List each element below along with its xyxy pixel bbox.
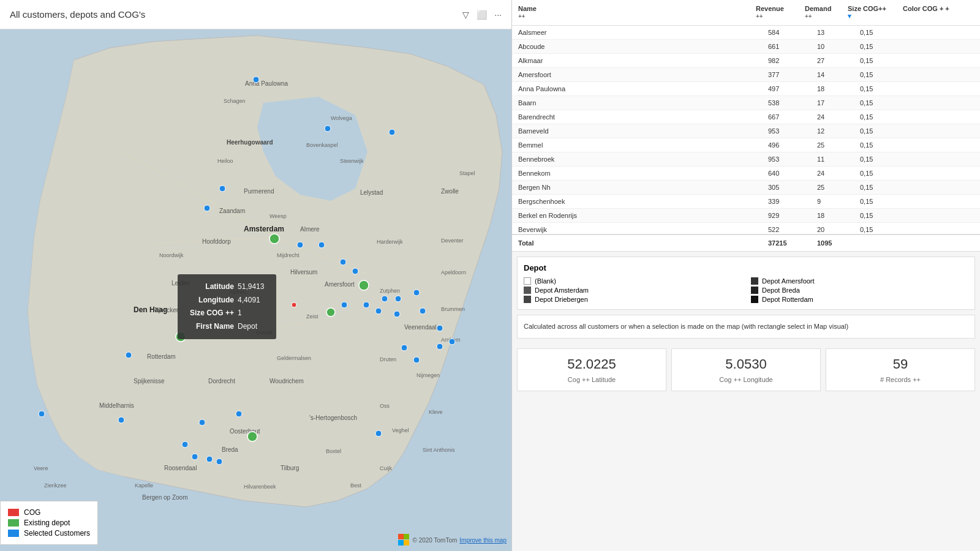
metric-card: 52.0225 Cog ++ Latitude (517, 348, 666, 391)
main-container: All customers, depots and COG's ▽ ⬜ ··· (0, 0, 980, 551)
col-name: Name ++ (517, 2, 755, 23)
cell-name: Bergen Nh (517, 182, 767, 193)
metric-label: Cog ++ Latitude (525, 376, 658, 383)
svg-text:Zutphen: Zutphen (380, 288, 400, 294)
depot-item-label: (Blank) (535, 277, 556, 285)
table-row[interactable]: Anna Paulowna 497 18 0,15 (512, 82, 980, 96)
svg-text:Pijnacker: Pijnacker (153, 307, 179, 313)
svg-point-84 (420, 308, 426, 314)
svg-text:Zaandam: Zaandam (219, 208, 245, 214)
svg-point-101 (359, 280, 369, 290)
tooltip-lng-value: 4,4091 (238, 294, 264, 307)
table-row[interactable]: Baarn 538 17 0,15 (512, 96, 980, 110)
cell-revenue: 661 (767, 41, 816, 52)
metric-card: 59 # Records ++ (826, 348, 975, 391)
legend-item-cog: COG (8, 508, 90, 517)
cell-demand: 27 (816, 55, 859, 66)
cell-demand: 14 (816, 69, 859, 80)
table-body[interactable]: Aalsmeer 584 13 0,15 Abcoude 661 10 0,15… (512, 26, 980, 234)
table-section: Name ++ Revenue ++ Demand ++ Size COG++ … (512, 0, 980, 252)
table-row[interactable]: Alkmaar 982 27 0,15 (512, 54, 980, 68)
depot-color-swatch (751, 296, 758, 303)
svg-text:Middelharnis: Middelharnis (99, 402, 134, 409)
table-row[interactable]: Beverwijk 522 20 0,15 (512, 223, 980, 234)
svg-text:Nijmegen: Nijmegen (417, 372, 440, 378)
more-icon[interactable]: ··· (494, 10, 502, 20)
svg-text:Weesp: Weesp (270, 213, 287, 219)
table-row[interactable]: Amersfoort 377 14 0,15 (512, 68, 980, 82)
table-row[interactable]: Berkel en Rodenrijs 929 18 0,15 (512, 209, 980, 223)
svg-point-87 (401, 345, 407, 351)
table-row[interactable]: Bergen Nh 305 25 0,15 (512, 181, 980, 195)
cell-name: Anna Paulowna (517, 83, 767, 94)
cell-demand: 25 (816, 140, 859, 151)
filter-icon[interactable]: ▽ (462, 10, 469, 20)
tooltip-size-label: Size COG ++ (190, 307, 234, 320)
table-row[interactable]: Abcoude 661 10 0,15 (512, 40, 980, 54)
improve-map-link[interactable]: Improve this map (459, 537, 507, 544)
svg-text:Purmerend: Purmerend (244, 188, 274, 195)
cell-color (914, 196, 975, 207)
cell-revenue: 496 (767, 140, 816, 151)
depot-color-swatch (524, 287, 531, 294)
svg-text:Noordwijk: Noordwijk (159, 252, 184, 258)
depot-blank-box (524, 277, 531, 285)
cog-label: COG (24, 508, 40, 517)
svg-point-77 (341, 302, 347, 308)
cell-name: Barendrecht (517, 111, 767, 122)
svg-text:Bovenkaspel: Bovenkaspel (306, 142, 338, 148)
svg-text:Breda: Breda (222, 446, 238, 453)
tooltip-lat-value: 51,9413 (238, 280, 264, 294)
table-row[interactable]: Bennebroek 953 11 0,15 (512, 152, 980, 167)
table-row[interactable]: Aalsmeer 584 13 0,15 (512, 26, 980, 40)
svg-point-103 (247, 432, 257, 441)
cell-size: 0,15 (859, 154, 914, 165)
col-size-cog[interactable]: Size COG++ ▾ (846, 2, 902, 23)
svg-point-97 (206, 456, 213, 462)
cell-size: 0,15 (859, 126, 914, 137)
svg-point-98 (216, 459, 222, 465)
svg-text:Boxtel: Boxtel (326, 448, 341, 454)
svg-text:Druten: Druten (380, 356, 396, 362)
table-row[interactable]: Bergschenhoek 339 9 0,15 (512, 195, 980, 209)
svg-point-105 (292, 302, 296, 307)
cell-demand: 24 (816, 111, 859, 122)
svg-point-74 (318, 242, 325, 248)
svg-text:Schagen: Schagen (224, 98, 246, 104)
svg-text:Tilburg: Tilburg (281, 465, 299, 471)
svg-text:Apeldoorn: Apeldoorn (441, 269, 466, 276)
expand-icon[interactable]: ⬜ (477, 10, 487, 20)
svg-point-70 (389, 129, 395, 135)
tooltip-name-value: Depot (238, 320, 264, 334)
map-title-bar: All customers, depots and COG's ▽ ⬜ ··· (0, 0, 511, 29)
table-row[interactable]: Barneveld 953 12 0,15 (512, 124, 980, 138)
tooltip-lng-label: Longitude (190, 294, 234, 307)
svg-point-94 (375, 430, 382, 437)
depot-item-label: Depot Breda (762, 287, 800, 294)
cell-color (914, 140, 975, 151)
svg-text:Veenendaal: Veenendaal (404, 324, 437, 331)
svg-text:Hilversum: Hilversum (290, 269, 317, 276)
table-row[interactable]: Bennekom 640 24 0,15 (512, 167, 980, 181)
depot-item: (Blank) (524, 277, 741, 285)
table-row[interactable]: Bemmel 496 25 0,15 (512, 138, 980, 152)
cell-revenue: 339 (767, 196, 816, 207)
cell-size: 0,15 (859, 27, 914, 38)
customers-label: Selected Customers (24, 529, 90, 538)
svg-text:Anna Paulowna: Anna Paulowna (245, 80, 288, 87)
svg-text:Veere: Veere (34, 465, 48, 471)
cell-revenue: 929 (767, 210, 816, 221)
svg-text:Oss: Oss (380, 403, 390, 409)
col-demand[interactable]: Demand ++ (804, 2, 846, 23)
table-header: Name ++ Revenue ++ Demand ++ Size COG++ … (512, 0, 980, 26)
table-row[interactable]: Barendrecht 667 24 0,15 (512, 110, 980, 124)
cell-size: 0,15 (859, 196, 914, 207)
map-area[interactable]: Anna Paulowna Schagen Wolvega Bovenkaspe… (0, 29, 511, 551)
cell-revenue: 953 (767, 126, 816, 137)
cell-size: 0,15 (859, 210, 914, 221)
col-revenue[interactable]: Revenue ++ (755, 2, 804, 23)
cell-name: Aalsmeer (517, 27, 767, 38)
cell-size: 0,15 (859, 224, 914, 234)
svg-text:Kleve: Kleve (429, 409, 443, 415)
svg-point-80 (395, 296, 401, 302)
